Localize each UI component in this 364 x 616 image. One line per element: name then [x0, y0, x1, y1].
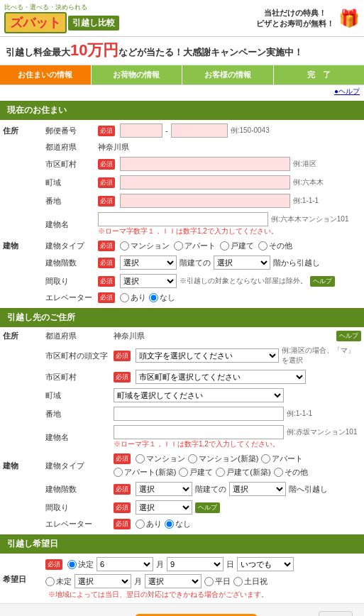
current-address-table: 住所 郵便番号 必須 - 例:150-0043 都道府県 神奈川県 市区町村 必… [0, 121, 364, 305]
dest-town-select[interactable]: 町域を選択してください [114, 388, 284, 402]
dest-radio-other[interactable]: その他 [274, 467, 308, 478]
dest-building-input[interactable] [114, 425, 284, 439]
dest-elev-yes[interactable]: あり [136, 519, 162, 529]
floors-label: 建物階数 [43, 253, 95, 272]
postcode-input2[interactable] [171, 123, 228, 138]
radio-detached[interactable]: 戸建て [220, 241, 254, 251]
floor-select[interactable]: 選択 [214, 255, 270, 270]
banchi-example: 例:1-1-1 [293, 196, 319, 206]
dest-radio-apartment-new[interactable]: アパート(新築) [114, 467, 176, 478]
campaign-text: 引越し料金最大 [6, 47, 70, 57]
sat-sun-label[interactable]: 土日祝 [233, 576, 268, 587]
dest-building-note: ※ローマ字１，ＩＩは数字1,2で入力してください。 [114, 439, 361, 449]
destination-address-table: 住所 都道府県 神奈川県 ヘルプ 市区町村の頭文字 必須 頭文字を選択してくださ… [0, 329, 364, 532]
room-required: 必須 [98, 276, 115, 287]
dest-floors-middle: 階建ての [195, 484, 226, 495]
dest-address-label: 住所 [0, 329, 43, 343]
radio-apartment[interactable]: アパート [174, 241, 216, 251]
dest-elevator-label: エレベーター [43, 517, 111, 532]
date-decided[interactable]: 決定 [67, 559, 94, 570]
floors-suffix: 階から引越し [273, 258, 320, 268]
promo-area: 当社だけの特典！ ピザとお寿司が無料！ [256, 8, 334, 29]
dest-room-select[interactable]: 選択 [136, 500, 192, 515]
btype-required: 必須 [98, 241, 115, 251]
current-city-input[interactable] [120, 157, 290, 171]
next-button[interactable]: 次へ進む ▶▶ [135, 614, 257, 617]
building-label: 建物名 [43, 210, 95, 238]
room-note: ※引越しの対象とならない部屋は除外。 [180, 276, 307, 286]
current-building-input[interactable] [98, 212, 268, 226]
postcode-input1[interactable] [120, 123, 162, 138]
dest-floors-required: 必須 [114, 484, 131, 495]
dest-radio-detached[interactable]: 戸建て [179, 467, 213, 478]
campaign-suffix: などが当たる！大感謝キャンペーン実施中！ [118, 47, 303, 57]
date-required: 必須 [45, 559, 62, 570]
dest-room-required: 必須 [114, 502, 131, 513]
building-note: ※ローマ字数字１，ＩＩは数字1,2で入力してください。 [98, 226, 361, 236]
dest-radio-apartment[interactable]: アパート [261, 453, 303, 464]
promo-line2: ピザとお寿司が無料！ [256, 18, 334, 29]
city-example: 例:港区 [293, 159, 316, 169]
dest-radio-detached-new[interactable]: 戸建て(新築) [216, 467, 270, 478]
dest-room-help[interactable]: ヘルプ [195, 502, 220, 513]
dest-help-badge[interactable]: ヘルプ [336, 331, 361, 341]
current-banchi-input[interactable] [120, 194, 290, 208]
norton-badge: Norton SECURED powered by VeriSign [319, 611, 353, 616]
room-select[interactable]: 選択 [120, 274, 177, 288]
dest-city-select[interactable]: 市区町町を選択してください [136, 370, 306, 384]
step-2[interactable]: お荷物の情報 [92, 65, 183, 84]
dest-banchi-input[interactable] [114, 407, 284, 421]
section-current-header: 現在のお住まい [0, 101, 364, 120]
date-note: ※地域によっては当日、翌日の対応はできかねる場合がございます。 [45, 588, 361, 601]
radio-mansion[interactable]: マンション [120, 241, 170, 251]
radio-other[interactable]: その他 [258, 241, 292, 251]
dest-banchi-example: 例:1-1-1 [287, 409, 312, 419]
total-floors-select[interactable]: 選択 [120, 255, 177, 270]
day-select[interactable]: 9 [167, 557, 224, 571]
step-3[interactable]: お客様の情報 [182, 65, 274, 84]
dest-city-kanji-select[interactable]: 頭文字を選択してください [136, 348, 279, 363]
current-town-input[interactable] [120, 175, 290, 189]
town-required: 必須 [98, 177, 115, 188]
section-destination-header: 引越し先のご住所 [0, 308, 364, 327]
dest-city-kanji-label: 市区町村の頭文字 [43, 343, 111, 368]
month-select[interactable]: 6 [96, 557, 153, 571]
dest-total-floors-select[interactable]: 選択 [136, 482, 192, 496]
dest-radio-mansion[interactable]: マンション [136, 453, 185, 464]
weekday-label[interactable]: 平日 [204, 576, 231, 587]
elev-yes[interactable]: あり [120, 292, 146, 303]
bottom-nav: ◀ 前へ戻る 次へ進む ▶▶ Norton SECURED powered by… [0, 603, 364, 616]
logo-sub: 引越し比較 [68, 16, 119, 31]
undecided-month-select[interactable]: 選択 [75, 574, 131, 588]
town-example: 例:六本木 [293, 177, 324, 187]
step-4[interactable]: 完 了 [274, 65, 365, 84]
date-undecided[interactable]: 未定 [45, 576, 72, 587]
dest-btype-label: 建物タイプ [43, 451, 111, 480]
gift-icon: 🎁 [338, 9, 360, 28]
dest-city-required: 必須 [114, 372, 131, 383]
dest-radio-mansion-new[interactable]: マンション(新築) [188, 453, 258, 464]
room-help-badge[interactable]: ヘルプ [310, 276, 335, 287]
floors-required: 必須 [98, 258, 115, 268]
section-date-header: 引越し希望日 [0, 534, 364, 554]
promo-line1: 当社だけの特典！ [256, 8, 334, 18]
dest-pref-label: 都道府県 [43, 329, 111, 343]
step-nav: お住まいの情報 お荷物の情報 お客様の情報 完 了 [0, 65, 364, 85]
dest-building-section: 建物 [0, 451, 43, 480]
campaign-banner: 引越し料金最大10万円などが当たる！大感謝キャンペーン実施中！ [0, 37, 364, 65]
dest-floor-select[interactable]: 選択 [229, 482, 286, 496]
postcode-example: 例:150-0043 [231, 126, 270, 136]
prefecture-label: 都道府県 [43, 140, 95, 155]
undecided-day-select[interactable]: 選択 [145, 574, 202, 588]
help-link-top[interactable]: ●ヘルプ [0, 85, 364, 98]
dest-city-label: 市区町村 [43, 368, 111, 386]
elev-no[interactable]: なし [149, 292, 175, 303]
date-label: 希望日 [0, 555, 43, 603]
logo-area: 比べる・選べる・決められる ズバット 引越し比較 [4, 3, 119, 33]
dest-elev-no[interactable]: なし [165, 519, 191, 529]
city-label: 市区町村 [43, 155, 95, 173]
elev-required: 必須 [98, 292, 115, 303]
itsudemo-select[interactable]: いつでも [237, 557, 294, 571]
step-1[interactable]: お住まいの情報 [0, 65, 92, 84]
current-prefecture-value: 神奈川県 [98, 143, 129, 151]
